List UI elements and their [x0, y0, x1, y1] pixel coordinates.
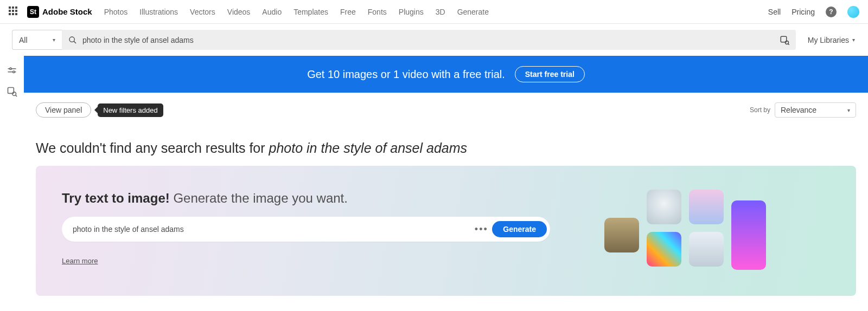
avatar[interactable]	[847, 6, 859, 18]
promo-text: Get 10 images or 1 video with a free tri…	[307, 68, 505, 81]
sell-link[interactable]: Sell	[768, 8, 781, 16]
nav-templates[interactable]: Templates	[293, 8, 328, 16]
sort-select[interactable]: Relevance ▾	[775, 102, 856, 118]
nav-videos[interactable]: Videos	[227, 8, 251, 16]
svg-line-11	[16, 95, 17, 97]
pricing-link[interactable]: Pricing	[792, 8, 815, 16]
search-icon	[68, 36, 77, 44]
tti-heading-rest: Generate the image you want.	[170, 191, 348, 205]
tti-left: Try text to image! Generate the image yo…	[62, 191, 583, 265]
tti-input-wrap: ••• Generate	[62, 217, 550, 242]
no-results-heading: We couldn't find any search results for …	[24, 127, 868, 166]
chevron-down-icon: ▾	[847, 107, 850, 113]
no-results-prefix: We couldn't find any search results for	[36, 140, 269, 156]
filters-icon[interactable]	[7, 66, 17, 76]
find-similar-icon[interactable]	[7, 86, 17, 97]
filters-badge: New filters added	[98, 103, 163, 117]
top-nav: Photos Illustrations Vectors Videos Audi…	[104, 8, 489, 16]
nav-illustrations[interactable]: Illustrations	[139, 8, 178, 16]
nav-generate[interactable]: Generate	[457, 8, 489, 16]
tti-heading-bold: Try text to image!	[62, 191, 170, 205]
apps-grid-icon[interactable]	[9, 7, 20, 17]
search-box	[62, 30, 796, 50]
my-libraries-label: My Libraries	[808, 36, 849, 44]
chevron-down-icon: ▾	[53, 37, 55, 43]
left-rail	[0, 56, 24, 311]
svg-point-0	[69, 37, 74, 42]
promo-banner: Get 10 images or 1 video with a free tri…	[24, 56, 868, 93]
nav-photos[interactable]: Photos	[104, 8, 128, 16]
sample-thumb	[647, 190, 681, 224]
category-value: All	[19, 36, 28, 44]
svg-point-6	[10, 68, 11, 69]
chevron-down-icon: ▾	[852, 37, 855, 43]
learn-more-link[interactable]: Learn more	[62, 257, 98, 265]
text-to-image-card: Try text to image! Generate the image yo…	[36, 166, 856, 296]
view-panel-button[interactable]: View panel	[36, 102, 91, 118]
generate-button[interactable]: Generate	[492, 221, 547, 237]
svg-point-10	[12, 92, 16, 96]
nav-3d[interactable]: 3D	[436, 8, 445, 16]
start-free-trial-button[interactable]: Start free trial	[515, 66, 585, 82]
sample-thumb	[604, 218, 639, 252]
sort-control: Sort by Relevance ▾	[750, 102, 856, 118]
search-row: All ▾ My Libraries ▾	[0, 24, 868, 56]
svg-line-1	[74, 41, 76, 43]
search-input[interactable]	[82, 36, 775, 44]
no-results-query: photo in the style of ansel adams	[269, 140, 468, 156]
category-select[interactable]: All ▾	[12, 30, 62, 50]
svg-point-8	[13, 71, 15, 73]
my-libraries-dropdown[interactable]: My Libraries ▾	[808, 36, 855, 44]
nav-free[interactable]: Free	[340, 8, 356, 16]
sample-thumb	[689, 190, 724, 224]
visual-search-icon[interactable]	[780, 35, 789, 45]
nav-fonts[interactable]: Fonts	[368, 8, 387, 16]
brand-name[interactable]: Adobe Stock	[42, 7, 92, 16]
header-right: Sell Pricing ?	[768, 6, 859, 18]
help-icon[interactable]: ?	[826, 7, 837, 17]
top-header: St Adobe Stock Photos Illustrations Vect…	[0, 0, 868, 24]
more-options-icon[interactable]: •••	[474, 224, 489, 235]
tti-prompt-input[interactable]	[73, 225, 474, 234]
svg-point-3	[785, 41, 788, 44]
main-layout: Get 10 images or 1 video with a free tri…	[0, 56, 868, 311]
sample-thumb	[731, 200, 766, 270]
nav-plugins[interactable]: Plugins	[399, 8, 424, 16]
nav-vectors[interactable]: Vectors	[190, 8, 215, 16]
tti-sample-thumbs	[604, 186, 766, 270]
sort-label: Sort by	[750, 106, 770, 114]
results-toolbar: View panel New filters added Sort by Rel…	[24, 93, 868, 127]
sample-thumb	[689, 232, 724, 267]
filters-tooltip: New filters added	[98, 103, 163, 117]
nav-audio[interactable]: Audio	[262, 8, 282, 16]
sort-value: Relevance	[781, 106, 816, 114]
content-area: Get 10 images or 1 video with a free tri…	[24, 56, 868, 311]
sample-thumb	[647, 232, 681, 267]
tti-heading: Try text to image! Generate the image yo…	[62, 191, 583, 206]
svg-line-4	[788, 44, 789, 45]
stock-logo-icon[interactable]: St	[27, 6, 39, 18]
